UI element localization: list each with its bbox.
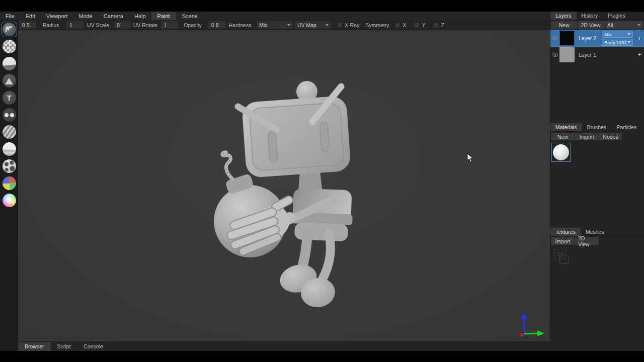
smudge-tool[interactable] [2,141,17,157]
brush-toolbar: 0.5 Radius 1 UV Scale 0 UV Rotate 1 Opac… [18,20,550,30]
materials-tab-bar: Materials Brushes Particles [550,123,644,132]
symmetry-z-label: Z [441,22,444,28]
tab-history[interactable]: History [577,12,603,20]
menu-viewport[interactable]: Viewport [41,12,73,20]
tab-scene[interactable]: Scene [176,12,204,20]
chevron-down-icon [326,24,329,26]
blur-icon [3,125,16,139]
layer-add-icon[interactable]: + [635,35,644,42]
uv-map-dropdown[interactable]: UV Map [295,21,331,29]
blur-tool[interactable] [2,124,17,140]
tab-brushes[interactable]: Brushes [582,123,612,131]
uv-map-value: UV Map [297,22,316,28]
particle-icon [3,159,16,173]
uv-scale-label: UV Scale [84,22,113,28]
menu-mode[interactable]: Mode [73,12,98,20]
tab-plugins[interactable]: Plugins [603,12,630,20]
material-sphere-preview [553,144,569,160]
bottom-bar: Browser Script Console [18,341,550,351]
fill-icon [3,57,16,70]
uv-scale-value[interactable]: 1 [66,21,84,29]
brush-tool[interactable] [2,22,17,37]
menu-file[interactable]: File [0,12,20,20]
tab-console[interactable]: Console [77,342,110,351]
chevron-down-icon [627,33,630,35]
blend-mode-dropdown[interactable]: Mix [257,21,293,29]
layer-row-1[interactable]: Layer 1 + [550,47,644,63]
layer-thumbnail [559,31,575,46]
tool-sidebar: T [0,20,18,351]
blend-mode-value: Mix [259,22,267,28]
tab-script[interactable]: Script [51,342,77,351]
layers-tab-bar: Layers History Plugins [550,12,644,20]
app-window: File Edit Viewport Mode Camera Help Pain… [0,12,644,351]
tab-layers[interactable]: Layers [550,12,577,20]
visibility-eye-icon[interactable] [550,53,559,57]
material-thumbnail-selected[interactable] [551,143,571,162]
layer-add-icon[interactable]: + [635,51,644,58]
layer-blend-dropdown[interactable]: Mix [602,31,633,38]
brush-icon [3,23,16,36]
menu-bar: File Edit Viewport Mode Camera Help Pain… [0,12,550,20]
radius-label: Radius [36,22,65,28]
tab-paint[interactable]: Paint [151,12,176,20]
materials-empty-area [550,162,644,228]
symmetry-z-checkbox[interactable] [433,23,438,28]
clone-tool[interactable] [2,107,17,123]
picker-icon [3,194,16,207]
layer-object-dropdown[interactable]: Body.1001 [602,39,633,46]
hardness-label: Hardness [225,22,255,28]
uv-rotate-value[interactable]: 0 [114,21,131,29]
menu-camera[interactable]: Camera [98,12,129,20]
clone-icon [3,108,16,122]
tab-browser[interactable]: Browser [18,342,51,351]
decal-tool[interactable] [2,73,17,88]
hardness-value[interactable]: 0.8 [208,21,225,29]
symmetry-y-checkbox[interactable] [414,23,419,28]
textures-tab-bar: Textures Meshes [550,228,644,236]
text-tool-icon: T [3,91,16,105]
axis-gizmo[interactable] [516,312,546,340]
colorid-tool[interactable] [2,175,17,191]
import-texture-button[interactable]: Import [551,237,575,245]
import-material-button[interactable]: Import [575,133,599,140]
new-layer-button[interactable]: New [551,21,577,29]
layers-empty-area [550,63,644,123]
layer-name: Layer 2 [579,35,602,41]
opacity-label: Opacity [178,22,207,28]
symmetry-label: Symmetry [365,22,389,28]
eraser-tool[interactable] [2,39,17,54]
symmetry-x-checkbox[interactable] [395,23,400,28]
layer-thumbnail [559,47,575,62]
colorid-icon [3,176,16,190]
text-tool[interactable]: T [2,90,17,106]
layer-row-2[interactable]: Layer 2 Mix Body.1001 + [550,30,644,47]
chevron-down-icon [627,41,630,43]
menu-help[interactable]: Help [129,12,151,20]
radius-value[interactable]: 0.5 [19,21,36,29]
menu-edit[interactable]: Edit [20,12,41,20]
viewport-3d[interactable] [18,30,550,341]
picker-tool[interactable] [2,193,17,208]
fill-tool[interactable] [2,56,17,71]
filter-dropdown[interactable]: All [604,21,643,29]
2d-view-button[interactable]: 2D View [578,21,604,29]
textures-actions: Import 2D View [550,236,644,246]
opacity-value[interactable]: 1 [161,21,178,29]
particle-tool[interactable] [2,158,17,174]
texture-2d-view-button[interactable]: 2D View [575,237,599,245]
tab-materials[interactable]: Materials [550,123,582,131]
layer-name: Layer 1 [579,52,635,58]
new-material-button[interactable]: New [551,133,575,140]
right-panel: Layers History Plugins New 2D View All L… [550,12,644,351]
xray-checkbox[interactable] [337,23,342,28]
nodes-button[interactable]: Nodes [599,133,622,140]
mouse-cursor [467,153,475,165]
smudge-icon [3,142,16,156]
tab-particles[interactable]: Particles [611,123,641,131]
xray-label: X-Ray [345,22,359,28]
texture-drop-placeholder-icon [554,249,572,266]
tab-textures[interactable]: Textures [550,228,581,236]
visibility-eye-icon[interactable] [550,36,559,40]
eraser-icon [3,40,16,53]
